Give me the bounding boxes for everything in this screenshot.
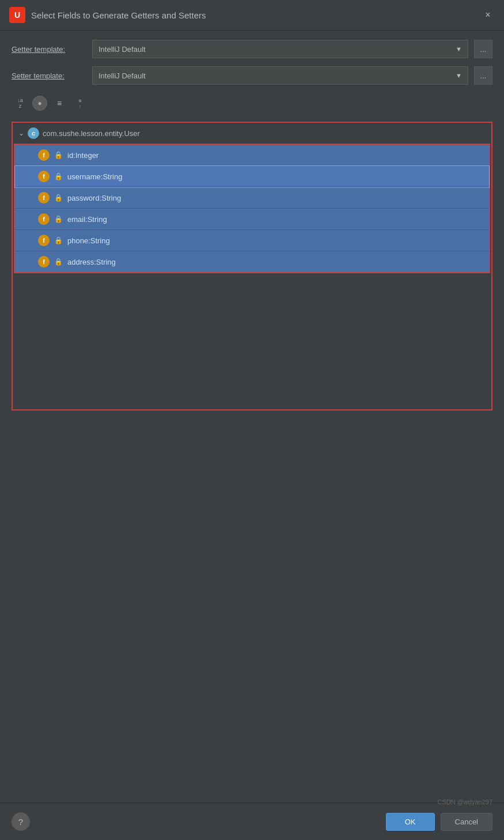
toolbar: ↓a z ● ≡ ≡ ↑: [12, 93, 492, 114]
tree-children: f 🔒 id:Integer f 🔒 username:String f 🔒: [14, 144, 490, 273]
sort-az-button[interactable]: ↓a z: [12, 95, 29, 111]
watermark: CSDN @wdyan297: [437, 798, 492, 805]
field-f-icon: f: [38, 171, 50, 182]
app-icon: U: [9, 7, 25, 23]
circle-toggle-button[interactable]: ●: [32, 96, 47, 111]
lock-icon: 🔒: [54, 215, 63, 223]
close-button[interactable]: ×: [481, 8, 495, 22]
field-tree[interactable]: ⌄ c com.sushe.lesson.entity.User f 🔒 id:…: [12, 122, 492, 410]
field-text-email: email:String: [67, 215, 107, 224]
field-item-id[interactable]: f 🔒 id:Integer: [15, 145, 489, 166]
getter-template-row: Getter template: IntelliJ Default ▼ ...: [12, 40, 492, 58]
setter-template-ellipsis-button[interactable]: ...: [474, 66, 492, 85]
dialog-content: Getter template: IntelliJ Default ▼ ... …: [0, 31, 504, 803]
class-name: com.sushe.lesson.entity.User: [43, 129, 140, 138]
field-f-icon: f: [38, 149, 50, 161]
getter-template-ellipsis-button[interactable]: ...: [474, 40, 492, 58]
field-text-address: address:String: [67, 258, 116, 266]
field-item-password[interactable]: f 🔒 password:String: [15, 187, 489, 209]
setter-template-row: Setter template: IntelliJ Default ▼ ...: [12, 66, 492, 85]
lock-icon: 🔒: [54, 151, 63, 159]
ok-button[interactable]: OK: [386, 813, 435, 831]
lock-icon: 🔒: [54, 236, 63, 244]
field-f-icon: f: [38, 213, 50, 225]
lock-icon: 🔒: [54, 258, 63, 266]
field-item-username[interactable]: f 🔒 username:String: [15, 166, 489, 187]
lock-icon: 🔒: [54, 172, 63, 180]
dialog-footer: ? OK Cancel: [0, 803, 504, 840]
field-f-icon: f: [38, 192, 50, 204]
field-text-id: id:Integer: [67, 151, 98, 160]
field-f-icon: f: [38, 235, 50, 246]
class-icon: c: [28, 127, 39, 139]
setter-template-label: Setter template:: [12, 71, 86, 80]
field-item-address[interactable]: f 🔒 address:String: [15, 251, 489, 272]
help-button[interactable]: ?: [12, 812, 30, 831]
setter-dropdown-arrow-icon: ▼: [456, 72, 462, 79]
title-bar: U Select Fields to Generate Getters and …: [0, 0, 504, 31]
field-item-email[interactable]: f 🔒 email:String: [15, 209, 489, 230]
filter-up-button[interactable]: ≡ ↑: [71, 95, 89, 111]
getter-dropdown-arrow-icon: ▼: [456, 46, 462, 52]
dialog-title: Select Fields to Generate Getters and Se…: [31, 10, 475, 20]
field-item-phone[interactable]: f 🔒 phone:String: [15, 230, 489, 251]
field-text-phone: phone:String: [67, 236, 110, 245]
getter-template-select[interactable]: IntelliJ Default ▼: [92, 40, 468, 58]
chevron-down-icon[interactable]: ⌄: [18, 129, 24, 137]
field-f-icon: f: [38, 256, 50, 268]
getter-template-label: Getter template:: [12, 45, 86, 54]
field-text-password: password:String: [67, 194, 121, 202]
lock-icon: 🔒: [54, 194, 63, 202]
field-text-username: username:String: [67, 172, 122, 181]
tree-root-row[interactable]: ⌄ c com.sushe.lesson.entity.User: [13, 123, 491, 144]
empty-area: [12, 419, 492, 793]
cancel-button[interactable]: Cancel: [441, 813, 492, 831]
setter-template-select[interactable]: IntelliJ Default ▼: [92, 66, 468, 85]
dialog: U Select Fields to Generate Getters and …: [0, 0, 504, 840]
tree-root: ⌄ c com.sushe.lesson.entity.User f 🔒 id:…: [13, 123, 491, 273]
filter-button[interactable]: ≡: [51, 95, 68, 111]
